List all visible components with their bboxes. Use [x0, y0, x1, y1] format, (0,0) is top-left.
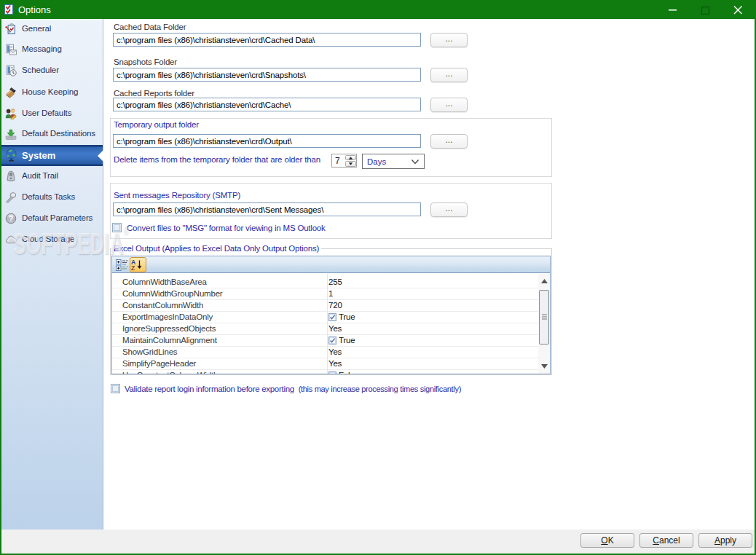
svg-text:Z: Z: [131, 264, 135, 272]
svg-text:?: ?: [9, 214, 14, 223]
